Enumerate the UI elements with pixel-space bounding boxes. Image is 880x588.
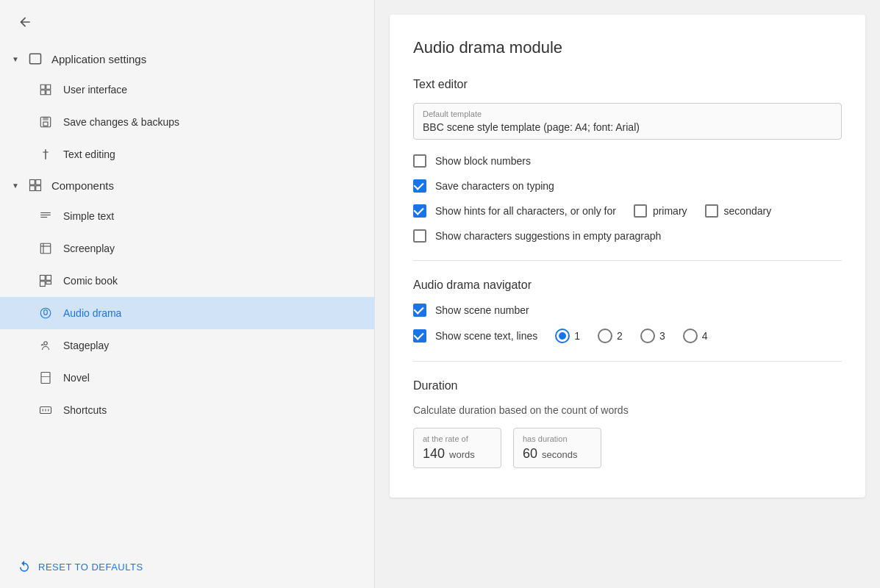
sidebar-item-user-interface[interactable]: User interface <box>0 74 374 106</box>
text-editing-label: Text editing <box>63 148 115 160</box>
secondary-options: secondary <box>705 204 772 218</box>
save-characters-row: Save characters on typing <box>413 179 842 193</box>
save-characters-label: Save characters on typing <box>435 180 554 192</box>
show-block-numbers-checkbox[interactable] <box>413 154 426 168</box>
components-header[interactable]: ▼ Components <box>0 171 374 200</box>
duration-inputs: at the rate of 140 words has duration 60… <box>413 428 842 468</box>
sidebar: ▼ Application settings User interface Sa… <box>0 0 375 588</box>
rate-label: at the rate of <box>423 434 492 443</box>
sidebar-item-screenplay[interactable]: Screenplay <box>0 232 374 265</box>
duration-description: Calculate duration based on the count of… <box>413 404 842 416</box>
audio-drama-label: Audio drama <box>63 307 121 319</box>
scene-text-radio-options: 1 2 3 4 <box>555 329 707 343</box>
text-edit-icon <box>38 147 53 162</box>
save-icon <box>38 115 53 129</box>
show-hints-checkbox[interactable] <box>413 204 426 218</box>
template-field-value: BBC scene style template (page: A4; font… <box>423 121 832 133</box>
svg-rect-6 <box>29 180 35 185</box>
radio-label-4: 4 <box>702 330 708 342</box>
components-chevron-icon: ▼ <box>12 182 19 190</box>
radio-circle-4 <box>683 329 698 343</box>
radio-label-2: 2 <box>617 330 623 342</box>
duration-unit: seconds <box>542 449 577 460</box>
secondary-label: secondary <box>724 205 772 217</box>
radio-option-3[interactable]: 3 <box>640 329 665 343</box>
sidebar-item-shortcuts[interactable]: Shortcuts <box>0 394 374 426</box>
template-field-label: Default template <box>423 110 832 118</box>
sidebar-item-audio-drama[interactable]: Audio drama <box>0 297 374 329</box>
module-title: Audio drama module <box>413 38 842 57</box>
reset-label: RESET TO DEFAULTS <box>38 562 143 573</box>
back-button[interactable] <box>0 0 374 44</box>
radio-option-1[interactable]: 1 <box>555 329 580 343</box>
svg-rect-3 <box>43 122 48 126</box>
svg-rect-8 <box>29 186 35 191</box>
components-icon <box>28 178 43 193</box>
settings-card: Audio drama module Text editor Default t… <box>390 15 865 498</box>
main-content: Audio drama module Text editor Default t… <box>375 0 880 588</box>
show-suggestions-checkbox[interactable] <box>413 229 426 243</box>
sidebar-item-text-editing[interactable]: Text editing <box>0 138 374 171</box>
chevron-down-icon: ▼ <box>12 55 19 63</box>
divider-1 <box>413 260 842 261</box>
reset-to-defaults-button[interactable]: RESET TO DEFAULTS <box>0 545 374 588</box>
duration-value-row: 60 seconds <box>523 446 592 462</box>
show-hints-options: primary <box>634 204 687 218</box>
shortcuts-label: Shortcuts <box>63 404 107 416</box>
svg-rect-7 <box>36 180 41 185</box>
sidebar-item-comic-book[interactable]: Comic book <box>0 265 374 297</box>
show-scene-text-row: Show scene text, lines 1 2 3 4 <box>413 329 842 343</box>
navigator-section-title: Audio drama navigator <box>413 279 842 292</box>
stageplay-icon <box>38 338 53 353</box>
svg-rect-22 <box>41 373 50 384</box>
radio-option-4[interactable]: 4 <box>683 329 708 343</box>
show-scene-text-label: Show scene text, lines <box>435 330 537 342</box>
sidebar-item-stageplay[interactable]: Stageplay <box>0 329 374 362</box>
sidebar-item-save-changes[interactable]: Save changes & backups <box>0 106 374 138</box>
comic-book-label: Comic book <box>63 275 118 287</box>
simple-text-icon <box>38 209 53 223</box>
simple-text-label: Simple text <box>63 210 114 222</box>
show-hints-label: Show hints for all characters, or only f… <box>435 205 616 217</box>
novel-icon <box>38 370 53 385</box>
duration-box[interactable]: has duration 60 seconds <box>513 428 601 468</box>
default-template-field[interactable]: Default template BBC scene style templat… <box>413 103 842 140</box>
duration-section-title: Duration <box>413 379 842 392</box>
stageplay-label: Stageplay <box>63 340 109 351</box>
novel-label: Novel <box>63 372 90 384</box>
sidebar-item-novel[interactable]: Novel <box>0 362 374 394</box>
show-suggestions-label: Show characters suggestions in empty par… <box>435 230 661 242</box>
rate-number: 140 <box>423 446 445 462</box>
show-scene-number-checkbox[interactable] <box>413 304 426 317</box>
show-block-numbers-row: Show block numbers <box>413 154 842 168</box>
radio-circle-3 <box>640 329 655 343</box>
screenplay-label: Screenplay <box>63 243 115 254</box>
rate-box[interactable]: at the rate of 140 words <box>413 428 501 468</box>
primary-checkbox[interactable] <box>634 204 647 218</box>
radio-label-3: 3 <box>659 330 665 342</box>
svg-rect-9 <box>36 186 41 191</box>
audio-drama-icon <box>38 306 53 320</box>
show-scene-number-label: Show scene number <box>435 304 529 316</box>
duration-number: 60 <box>523 446 537 462</box>
save-changes-label: Save changes & backups <box>63 116 179 128</box>
show-hints-row: Show hints for all characters, or only f… <box>413 204 842 218</box>
user-interface-label: User interface <box>63 84 127 96</box>
duration-label: has duration <box>523 434 592 443</box>
secondary-checkbox[interactable] <box>705 204 718 218</box>
show-scene-number-row: Show scene number <box>413 304 842 317</box>
radio-label-1: 1 <box>574 330 580 342</box>
svg-rect-2 <box>43 117 49 121</box>
components-label: Components <box>51 179 114 192</box>
svg-rect-19 <box>46 282 51 284</box>
radio-circle-1 <box>555 329 570 343</box>
application-settings-icon <box>28 51 43 66</box>
sidebar-item-simple-text[interactable]: Simple text <box>0 200 374 232</box>
screenplay-icon <box>38 241 53 256</box>
save-characters-checkbox[interactable] <box>413 179 426 193</box>
radio-option-2[interactable]: 2 <box>598 329 623 343</box>
show-suggestions-row: Show characters suggestions in empty par… <box>413 229 842 243</box>
rate-value-row: 140 words <box>423 446 492 462</box>
application-settings-header[interactable]: ▼ Application settings <box>0 44 374 74</box>
show-scene-text-checkbox[interactable] <box>413 329 426 343</box>
